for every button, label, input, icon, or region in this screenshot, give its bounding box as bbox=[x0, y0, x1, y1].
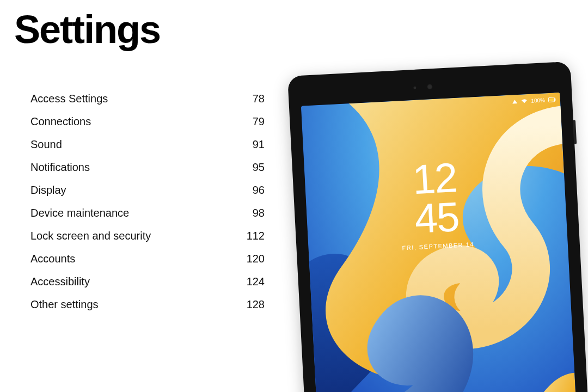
toc-row[interactable]: Connections 79 bbox=[30, 110, 265, 133]
toc-item-page: 91 bbox=[237, 139, 265, 150]
toc-row[interactable]: Notifications 95 bbox=[30, 156, 265, 179]
toc-item-page: 79 bbox=[237, 116, 265, 127]
tablet-illustration: 100% 12 45 FRI, SEPTEMBER 14 bbox=[287, 62, 588, 392]
toc-item-title: Lock screen and security bbox=[30, 230, 151, 241]
power-button-icon bbox=[573, 120, 577, 144]
toc-item-title: Notifications bbox=[30, 162, 90, 173]
toc-item-page: 96 bbox=[237, 185, 265, 195]
sensor-dot-icon bbox=[413, 87, 416, 89]
lockscreen-clock: 12 45 FRI, SEPTEMBER 14 bbox=[304, 152, 568, 256]
toc-row[interactable]: Accessibility 124 bbox=[30, 270, 265, 293]
toc-item-title: Display bbox=[30, 185, 66, 195]
front-camera-icon bbox=[427, 84, 433, 90]
battery-percent: 100% bbox=[531, 97, 545, 103]
toc-item-page: 128 bbox=[237, 299, 265, 310]
tablet-body: 100% 12 45 FRI, SEPTEMBER 14 bbox=[287, 62, 588, 392]
toc-row[interactable]: Accounts 120 bbox=[30, 247, 265, 270]
toc-item-page: 95 bbox=[237, 162, 265, 173]
toc-row[interactable]: Lock screen and security 112 bbox=[30, 224, 265, 247]
svg-rect-2 bbox=[549, 98, 554, 101]
toc-item-title: Access Settings bbox=[30, 93, 108, 104]
battery-icon bbox=[548, 97, 556, 102]
toc-item-page: 78 bbox=[237, 93, 265, 104]
toc-item-page: 124 bbox=[237, 276, 265, 287]
table-of-contents: Access Settings 78 Connections 79 Sound … bbox=[30, 87, 265, 316]
toc-item-title: Connections bbox=[30, 116, 91, 127]
toc-item-title: Sound bbox=[30, 139, 62, 150]
manual-page: Settings Access Settings 78 Connections … bbox=[0, 0, 588, 392]
svg-rect-3 bbox=[555, 98, 556, 100]
toc-row[interactable]: Access Settings 78 bbox=[30, 87, 265, 110]
signal-icon bbox=[512, 99, 518, 105]
toc-item-title: Accounts bbox=[30, 253, 75, 264]
toc-row[interactable]: Sound 91 bbox=[30, 133, 265, 156]
tablet-screen: 100% 12 45 FRI, SEPTEMBER 14 bbox=[301, 93, 578, 392]
toc-item-title: Other settings bbox=[30, 299, 99, 310]
toc-row[interactable]: Display 96 bbox=[30, 179, 265, 201]
toc-item-title: Accessibility bbox=[30, 276, 90, 287]
toc-row[interactable]: Other settings 128 bbox=[30, 293, 265, 316]
toc-item-title: Device maintenance bbox=[30, 207, 129, 218]
wifi-icon bbox=[521, 98, 528, 104]
toc-row[interactable]: Device maintenance 98 bbox=[30, 201, 265, 224]
page-title: Settings bbox=[14, 10, 160, 49]
toc-item-page: 120 bbox=[237, 253, 265, 264]
toc-item-page: 112 bbox=[237, 230, 265, 241]
toc-item-page: 98 bbox=[237, 207, 265, 218]
